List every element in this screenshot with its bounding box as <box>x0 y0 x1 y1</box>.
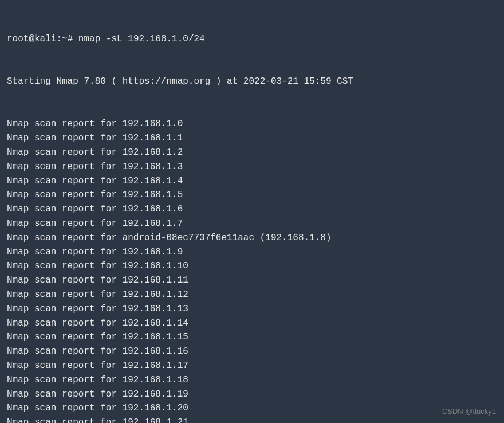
scan-result-line: Nmap scan report for 192.168.1.18 <box>7 373 497 387</box>
prompt-space <box>73 32 78 46</box>
scan-result-line: Nmap scan report for 192.168.1.16 <box>7 344 497 359</box>
scan-result-line: Nmap scan report for 192.168.1.3 <box>7 160 497 174</box>
scan-result-line: Nmap scan report for 192.168.1.7 <box>7 217 497 231</box>
scan-result-line: Nmap scan report for 192.168.1.1 <box>7 131 497 146</box>
scan-result-line: Nmap scan report for 192.168.1.6 <box>7 202 497 217</box>
scan-result-line: Nmap scan report for 192.168.1.13 <box>7 302 497 316</box>
scan-result-line: Nmap scan report for 192.168.1.5 <box>7 188 497 202</box>
scan-result-line: Nmap scan report for 192.168.1.0 <box>7 117 497 131</box>
scan-result-line: Nmap scan report for 192.168.1.15 <box>7 330 497 344</box>
scan-result-line: Nmap scan report for 192.168.1.4 <box>7 174 497 189</box>
scan-result-line: Nmap scan report for 192.168.1.10 <box>7 259 497 273</box>
current-path: ~ <box>62 32 68 46</box>
prompt-line: root@kali:~# nmap -sL 192.168.1.0/24 <box>7 32 497 46</box>
scan-result-line: Nmap scan report for 192.168.1.14 <box>7 316 497 331</box>
prompt-colon: : <box>56 32 62 46</box>
user-host: root@kali <box>7 32 56 46</box>
command-text: nmap -sL 192.168.1.0/24 <box>78 32 205 46</box>
scan-result-line: Nmap scan report for 192.168.1.2 <box>7 146 497 160</box>
scan-result-line: Nmap scan report for 192.168.1.9 <box>7 245 497 260</box>
scan-result-line: Nmap scan report for 192.168.1.20 <box>7 401 497 416</box>
scan-result-line: Nmap scan report for 192.168.1.11 <box>7 273 497 288</box>
scan-result-line: Nmap scan report for 192.168.1.17 <box>7 359 497 373</box>
scan-results-container: Nmap scan report for 192.168.1.0Nmap sca… <box>7 117 497 423</box>
scan-result-line: Nmap scan report for 192.168.1.21 <box>7 416 497 423</box>
terminal-output[interactable]: root@kali:~# nmap -sL 192.168.1.0/24 Sta… <box>7 3 497 423</box>
scan-result-line: Nmap scan report for 192.168.1.19 <box>7 387 497 402</box>
nmap-starting-line: Starting Nmap 7.80 ( https://nmap.org ) … <box>7 75 497 89</box>
scan-result-line: Nmap scan report for 192.168.1.12 <box>7 288 497 302</box>
watermark-text: CSDN @tlucky1 <box>442 406 496 417</box>
prompt-hash: # <box>68 32 73 46</box>
scan-result-line: Nmap scan report for android-08ec7737f6e… <box>7 231 497 245</box>
